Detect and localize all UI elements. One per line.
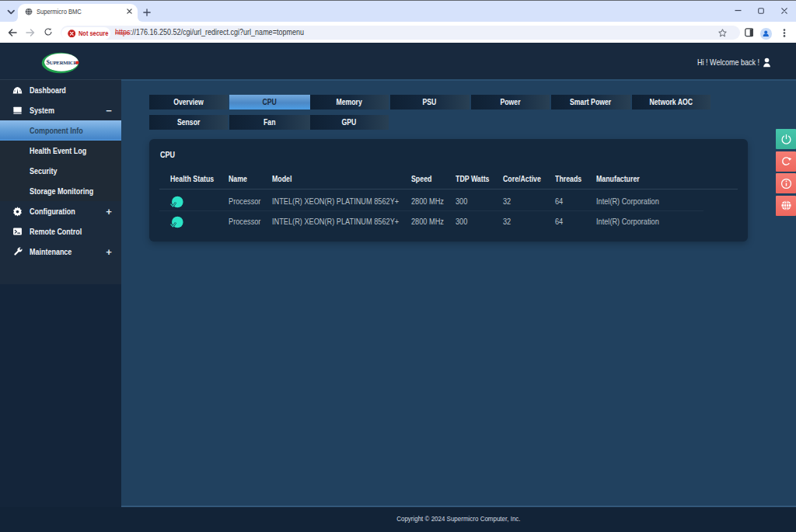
svg-text:SUPERMICR: SUPERMICR	[47, 59, 78, 66]
